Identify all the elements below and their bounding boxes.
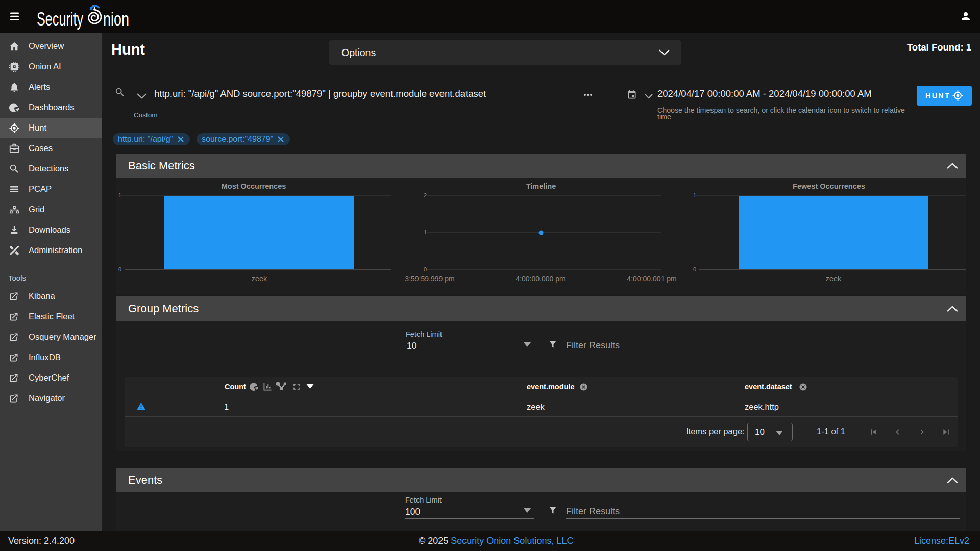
svg-text:0: 0 — [118, 266, 121, 272]
svg-text:1: 1 — [424, 229, 427, 235]
svg-text:zeek: zeek — [252, 274, 267, 283]
svg-text:0: 0 — [424, 266, 427, 272]
svg-text:zeek: zeek — [826, 274, 842, 283]
svg-text:3:59:59.999 pm: 3:59:59.999 pm — [405, 274, 454, 283]
svg-text:Timeline: Timeline — [526, 182, 556, 190]
svg-text:1: 1 — [118, 192, 121, 198]
svg-text:Security: Security — [37, 9, 83, 30]
svg-text:Most Occurrences: Most Occurrences — [222, 182, 286, 190]
svg-text:4:00:00.000 pm: 4:00:00.000 pm — [516, 274, 565, 283]
svg-text:Fewest Occurrences: Fewest Occurrences — [793, 182, 865, 190]
svg-text:nion: nion — [103, 9, 129, 30]
svg-text:1: 1 — [693, 192, 696, 198]
svg-text:2: 2 — [424, 192, 427, 198]
svg-text:4:00:00.001 pm: 4:00:00.001 pm — [627, 274, 676, 283]
svg-text:0: 0 — [693, 266, 696, 272]
